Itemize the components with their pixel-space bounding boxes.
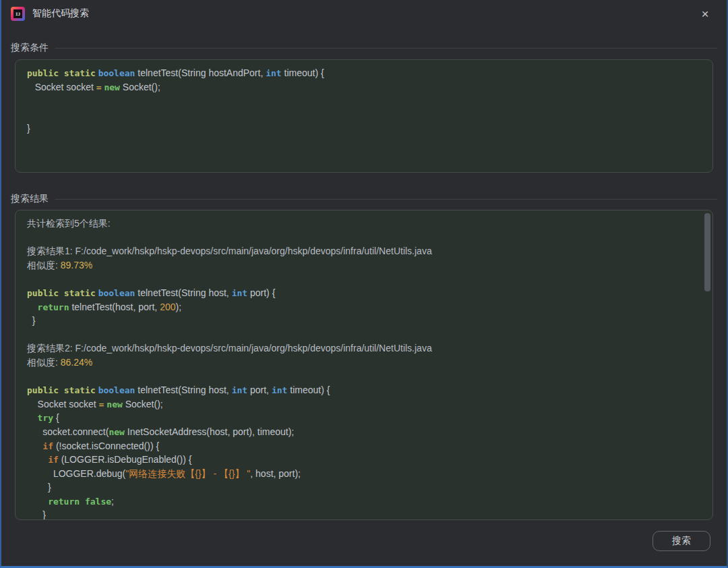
code-line: socket.connect(new InetSocketAddress(hos… xyxy=(27,425,701,439)
result-2-similarity-row: 相似度: 86.24% xyxy=(27,356,701,370)
search-criteria-editor[interactable]: public static boolean telnetTest(String … xyxy=(15,59,713,173)
code-line: Socket socket = new Socket(); xyxy=(27,80,701,94)
code-line: public static boolean telnetTest(String … xyxy=(27,66,701,80)
search-results-panel[interactable]: 共计检索到5个结果: 搜索结果1: F:/code_work/hskp/hskp… xyxy=(15,210,713,520)
code-line: if (!socket.isConnected()) { xyxy=(27,439,701,453)
intellij-logo-icon: IJ xyxy=(11,7,25,21)
search-button[interactable]: 搜索 xyxy=(653,531,710,551)
code-line: public static boolean telnetTest(String … xyxy=(27,286,701,300)
intellij-logo-text: IJ xyxy=(13,9,22,18)
code-line: public static boolean telnetTest(String … xyxy=(27,383,701,397)
blank-line xyxy=(27,272,701,286)
criteria-section-label: 搜索条件 xyxy=(11,42,49,54)
code-line: Socket socket = new Socket(); xyxy=(27,397,701,411)
result-1-header: 搜索结果1: F:/code_work/hskp/hskp-devops/src… xyxy=(27,244,701,258)
similarity-value: 89.73% xyxy=(61,260,92,271)
result-2-header: 搜索结果2: F:/code_work/hskp/hskp-devops/src… xyxy=(27,341,701,356)
close-button[interactable]: × xyxy=(696,4,715,23)
result-2-code-block: public static boolean telnetTest(String … xyxy=(27,383,701,520)
blank-line xyxy=(27,231,701,245)
window-title: 智能代码搜索 xyxy=(32,7,89,20)
close-icon: × xyxy=(701,7,708,20)
title-bar: IJ 智能代码搜索 × xyxy=(1,0,727,27)
blank-line xyxy=(27,328,701,342)
criteria-section-header: 搜索条件 xyxy=(11,42,717,54)
code-line: } xyxy=(27,121,701,136)
similarity-label: 相似度: xyxy=(27,357,61,368)
code-line: return telnetTest(host, port, 200); xyxy=(27,300,701,314)
results-separator-line xyxy=(55,199,717,200)
criteria-separator-line xyxy=(55,48,717,49)
code-line: try { xyxy=(27,411,701,425)
similarity-value: 86.24% xyxy=(61,357,92,368)
code-line xyxy=(27,108,701,122)
results-section-header: 搜索结果 xyxy=(11,193,717,205)
similarity-label: 相似度: xyxy=(27,260,61,271)
results-section-label: 搜索结果 xyxy=(11,193,49,205)
results-summary: 共计检索到5个结果: xyxy=(27,217,701,231)
scrollbar-thumb[interactable] xyxy=(704,213,710,291)
code-line: LOGGER.debug("网络连接失败【{}】 - 【{}】 ", host,… xyxy=(27,467,701,481)
code-search-dialog: IJ 智能代码搜索 × 搜索条件 public static boolean t… xyxy=(0,0,728,568)
code-line: } xyxy=(27,508,701,520)
code-line: return false; xyxy=(27,494,701,509)
result-1-similarity-row: 相似度: 89.73% xyxy=(27,258,701,273)
code-line xyxy=(27,94,701,108)
code-line: } xyxy=(27,480,701,494)
blank-line xyxy=(27,370,701,384)
result-1-code-block: public static boolean telnetTest(String … xyxy=(27,286,701,328)
code-line: } xyxy=(27,314,701,328)
code-line: if (LOGGER.isDebugEnabled()) { xyxy=(27,453,701,467)
